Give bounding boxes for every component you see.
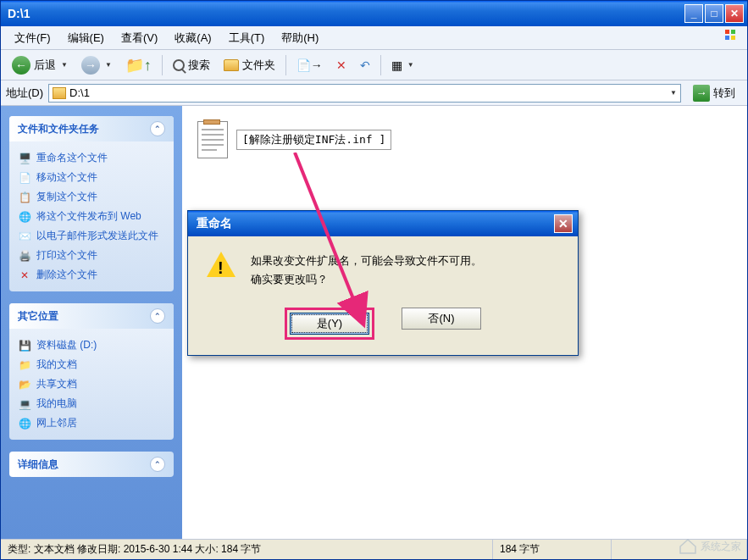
dialog-title: 重命名 bbox=[197, 216, 232, 231]
task-label: 复制这个文件 bbox=[36, 190, 97, 204]
task-publish[interactable]: 🌐将这个文件发布到 Web bbox=[18, 207, 165, 226]
tasks-panel-body: 🖥️重命名这个文件 📄移动这个文件 📋复制这个文件 🌐将这个文件发布到 Web … bbox=[9, 141, 174, 291]
back-button[interactable]: ← 后退 ▼ bbox=[6, 53, 74, 78]
inf-file-icon bbox=[197, 121, 228, 158]
search-label: 搜索 bbox=[188, 58, 210, 73]
go-arrow-icon: → bbox=[693, 85, 710, 102]
task-copy[interactable]: 📋复制这个文件 bbox=[18, 187, 165, 207]
up-folder-icon: 📁↑ bbox=[125, 56, 152, 75]
rename-dialog: 重命名 ✕ 如果改变文件扩展名，可能会导致文件不可用。 确实要更改吗？ 是(Y)… bbox=[187, 210, 579, 356]
folders-label: 文件夹 bbox=[242, 58, 275, 73]
dialog-close-button[interactable]: ✕ bbox=[554, 214, 573, 233]
delete-icon: ✕ bbox=[18, 269, 31, 282]
forward-button[interactable]: → ▼ bbox=[75, 53, 118, 78]
address-input[interactable]: D:\1 ▼ bbox=[48, 84, 681, 103]
back-icon: ← bbox=[12, 56, 30, 75]
drive-icon: 💾 bbox=[18, 339, 31, 352]
sidebar: 文件和文件夹任务 ⌃ 🖥️重命名这个文件 📄移动这个文件 📋复制这个文件 🌐将这… bbox=[1, 106, 182, 539]
place-label: 我的电脑 bbox=[36, 396, 77, 411]
place-my-computer[interactable]: 💻我的电脑 bbox=[18, 394, 165, 413]
task-label: 以电子邮件形式发送此文件 bbox=[36, 229, 158, 243]
menu-favorites[interactable]: 收藏(A) bbox=[168, 27, 218, 49]
menu-tools[interactable]: 工具(T) bbox=[222, 27, 272, 49]
move-to-button[interactable]: 📄→ bbox=[291, 55, 329, 75]
dialog-body: 如果改变文件扩展名，可能会导致文件不可用。 确实要更改吗？ bbox=[188, 236, 578, 308]
place-my-documents[interactable]: 📁我的文档 bbox=[18, 355, 165, 374]
file-name[interactable]: [解除注册锁定INF法.inf ] bbox=[236, 130, 391, 150]
places-panel-body: 💾资料磁盘 (D:) 📁我的文档 📂共享文档 💻我的电脑 🌐网上邻居 bbox=[9, 329, 174, 440]
address-label: 地址(D) bbox=[6, 86, 43, 101]
shared-folder-icon: 📂 bbox=[18, 378, 31, 391]
windows-flag-icon bbox=[723, 28, 744, 47]
documents-icon: 📁 bbox=[18, 358, 31, 372]
folder-icon bbox=[53, 87, 66, 99]
place-label: 我的文档 bbox=[36, 358, 77, 372]
menubar: 文件(F) 编辑(E) 查看(V) 收藏(A) 工具(T) 帮助(H) bbox=[1, 26, 747, 50]
warning-icon bbox=[207, 252, 235, 280]
search-button[interactable]: 搜索 bbox=[167, 54, 216, 76]
separator bbox=[285, 55, 286, 75]
file-item[interactable]: [解除注册锁定INF法.inf ] bbox=[197, 121, 732, 158]
status-bar: 类型: 文本文档 修改日期: 2015-6-30 1:44 大小: 184 字节… bbox=[1, 539, 747, 559]
status-size: 184 字节 bbox=[493, 540, 612, 559]
menu-edit[interactable]: 编辑(E) bbox=[61, 27, 111, 49]
places-panel-header[interactable]: 其它位置 ⌃ bbox=[9, 303, 174, 329]
task-rename[interactable]: 🖥️重命名这个文件 bbox=[18, 148, 165, 168]
task-delete[interactable]: ✕删除这个文件 bbox=[18, 265, 165, 285]
collapse-icon[interactable]: ⌃ bbox=[150, 121, 165, 136]
folder-icon bbox=[224, 59, 239, 71]
dialog-line1: 如果改变文件扩展名，可能会导致文件不可用。 bbox=[251, 252, 482, 270]
undo-icon: ↶ bbox=[360, 58, 370, 72]
task-label: 移动这个文件 bbox=[36, 170, 97, 185]
place-label: 资料磁盘 (D:) bbox=[36, 338, 97, 352]
go-button[interactable]: → 转到 bbox=[686, 83, 742, 103]
dialog-line2: 确实要更改吗？ bbox=[251, 270, 482, 289]
titlebar: D:\1 _ □ ✕ bbox=[1, 1, 747, 26]
dialog-buttons: 是(Y) 否(N) bbox=[188, 308, 578, 355]
tasks-panel-header[interactable]: 文件和文件夹任务 ⌃ bbox=[9, 116, 174, 141]
place-shared-documents[interactable]: 📂共享文档 bbox=[18, 374, 165, 394]
dialog-message: 如果改变文件扩展名，可能会导致文件不可用。 确实要更改吗？ bbox=[251, 252, 482, 289]
yes-button-highlight: 是(Y) bbox=[285, 308, 374, 340]
task-print[interactable]: 🖨️打印这个文件 bbox=[18, 246, 165, 265]
copy-icon: 📋 bbox=[18, 191, 31, 204]
place-label: 共享文档 bbox=[36, 377, 77, 391]
folders-button[interactable]: 文件夹 bbox=[218, 54, 281, 76]
task-label: 将这个文件发布到 Web bbox=[36, 209, 141, 224]
print-icon: 🖨️ bbox=[18, 249, 31, 263]
task-label: 删除这个文件 bbox=[36, 268, 97, 282]
up-button[interactable]: 📁↑ bbox=[119, 53, 158, 78]
details-panel-header[interactable]: 详细信息 ⌃ bbox=[9, 452, 174, 477]
window-title: D:\1 bbox=[8, 7, 684, 20]
collapse-icon[interactable]: ⌃ bbox=[150, 457, 165, 472]
views-button[interactable]: ▦ ▼ bbox=[385, 55, 420, 75]
task-email[interactable]: ✉️以电子邮件形式发送此文件 bbox=[18, 226, 165, 246]
minimize-button[interactable]: _ bbox=[684, 4, 703, 23]
status-zone bbox=[612, 540, 747, 559]
chevron-down-icon: ▼ bbox=[407, 61, 414, 69]
search-icon bbox=[173, 59, 185, 71]
yes-button[interactable]: 是(Y) bbox=[290, 313, 369, 335]
task-label: 重命名这个文件 bbox=[36, 151, 108, 165]
tasks-panel: 文件和文件夹任务 ⌃ 🖥️重命名这个文件 📄移动这个文件 📋复制这个文件 🌐将这… bbox=[9, 116, 174, 291]
no-button[interactable]: 否(N) bbox=[402, 308, 481, 330]
back-label: 后退 bbox=[34, 58, 56, 73]
task-move[interactable]: 📄移动这个文件 bbox=[18, 168, 165, 187]
menu-file[interactable]: 文件(F) bbox=[8, 27, 58, 49]
views-icon: ▦ bbox=[391, 58, 402, 72]
menu-help[interactable]: 帮助(H) bbox=[274, 27, 325, 49]
delete-button[interactable]: ✕ bbox=[330, 55, 352, 75]
place-network[interactable]: 🌐网上邻居 bbox=[18, 413, 165, 433]
maximize-button[interactable]: □ bbox=[705, 4, 723, 23]
address-value: D:\1 bbox=[69, 86, 90, 99]
separator bbox=[380, 55, 381, 75]
close-button[interactable]: ✕ bbox=[725, 4, 744, 23]
place-drive[interactable]: 💾资料磁盘 (D:) bbox=[18, 335, 165, 355]
menu-view[interactable]: 查看(V) bbox=[114, 27, 164, 49]
undo-button[interactable]: ↶ bbox=[354, 55, 376, 75]
collapse-icon[interactable]: ⌃ bbox=[150, 308, 165, 324]
details-panel: 详细信息 ⌃ bbox=[9, 452, 174, 477]
chevron-down-icon: ▼ bbox=[105, 61, 112, 69]
chevron-down-icon[interactable]: ▼ bbox=[670, 89, 677, 97]
tasks-panel-title: 文件和文件夹任务 bbox=[18, 122, 99, 136]
